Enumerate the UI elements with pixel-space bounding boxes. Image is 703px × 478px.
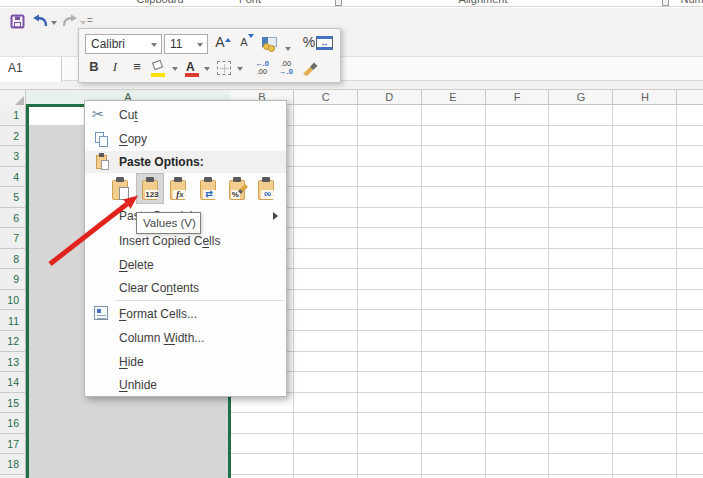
row-header-12[interactable]: 12 — [0, 335, 25, 347]
row-header-7[interactable]: 7 — [0, 232, 25, 244]
excel-window: ClipboardFontAlignmentNumber = A1 ABCDEF… — [0, 0, 703, 478]
bold-icon[interactable]: B — [87, 59, 101, 79]
increase-decimal-icon[interactable]: ←.0.00 — [251, 60, 273, 76]
italic-icon[interactable]: I — [109, 59, 121, 79]
menu-item-label: Copy — [119, 132, 147, 146]
menu-item-paste-options-row[interactable]: 123fx⇄%∞ — [85, 173, 286, 204]
vertical-gridlines — [230, 105, 703, 478]
row-header-9[interactable]: 9 — [0, 273, 25, 285]
menu-item-label: Cut — [119, 108, 138, 122]
font-color-icon[interactable]: A — [185, 60, 203, 78]
font-name-dropdown-icon[interactable] — [151, 43, 157, 50]
row-header-11[interactable]: 11 — [0, 315, 25, 327]
column-header-c[interactable]: C — [294, 90, 358, 105]
ribbon-group-label: Clipboard — [136, 0, 183, 5]
menu-item-delete[interactable]: Delete — [85, 253, 286, 277]
row-header-18[interactable]: 18 — [0, 458, 25, 470]
row-header-5[interactable]: 5 — [0, 191, 25, 203]
mini-toolbar: Calibri 11 A A % , ↔ B I ≡ — [78, 28, 341, 83]
row-header-4[interactable]: 4 — [0, 171, 25, 183]
column-width-icon[interactable]: ↔ — [316, 34, 336, 54]
menu-item-paste-options: Paste Options: — [85, 151, 286, 173]
font-name-combo[interactable]: Calibri — [85, 34, 162, 54]
row-header-8[interactable]: 8 — [0, 253, 25, 265]
font-color-dropdown-icon[interactable] — [204, 67, 210, 74]
undo-icon[interactable] — [32, 14, 49, 32]
menu-item-label: Delete — [119, 258, 154, 272]
decrease-decimal-icon[interactable]: .00→.0 — [275, 60, 297, 76]
font-name-value: Calibri — [91, 37, 125, 51]
row-header-13[interactable]: 13 — [0, 356, 25, 368]
row-header-17[interactable]: 17 — [0, 438, 25, 450]
menu-item-label: Column Width... — [119, 331, 204, 345]
context-menu: ✂CutCopyPaste Options:123fx⇄%∞Paste Spec… — [84, 100, 287, 397]
row-header-1[interactable]: 1 — [0, 109, 25, 121]
menu-item-label: Format Cells... — [119, 307, 197, 321]
ribbon-group-strip: ClipboardFontAlignmentNumber — [0, 0, 703, 7]
menu-item-hide[interactable]: Hide — [85, 350, 286, 373]
row-header-10[interactable]: 10 — [0, 294, 25, 306]
fill-color-icon[interactable] — [151, 60, 169, 78]
selection-border-left — [26, 104, 29, 478]
name-box[interactable]: A1 — [0, 57, 62, 82]
undo-dropdown-icon[interactable] — [51, 21, 57, 28]
menu-separator — [115, 300, 284, 301]
menu-item-cut[interactable]: ✂Cut — [85, 103, 286, 127]
grow-font-icon[interactable]: A — [212, 34, 234, 54]
row-header-6[interactable]: 6 — [0, 212, 25, 224]
row-header-2[interactable]: 2 — [0, 130, 25, 142]
row-header-14[interactable]: 14 — [0, 376, 25, 388]
select-all-triangle-icon — [15, 96, 24, 105]
submenu-arrow-icon — [273, 212, 278, 220]
dialog-launcher-icon[interactable] — [335, 0, 342, 6]
row-header-3[interactable]: 3 — [0, 150, 25, 162]
menu-item-label: Paste Options: — [119, 155, 204, 169]
format-cells-icon — [92, 305, 112, 323]
font-size-value: 11 — [170, 37, 182, 51]
equals-icon: = — [87, 15, 93, 26]
menu-item-format-cells[interactable]: Format Cells... — [85, 302, 286, 326]
paste-formulas-icon[interactable]: fx — [165, 175, 193, 203]
column-header-partial[interactable] — [677, 90, 703, 105]
paste-formatting-icon[interactable]: % — [224, 175, 252, 203]
scissors-icon: ✂ — [92, 106, 112, 124]
column-header-f[interactable]: F — [485, 90, 549, 105]
ribbon-group-label: Number — [680, 0, 703, 5]
center-align-icon[interactable]: ≡ — [129, 59, 145, 79]
row-header-strip: 12345678910111213141516171819 — [0, 105, 26, 478]
column-header-g[interactable]: G — [549, 90, 613, 105]
paste-icon[interactable] — [107, 175, 135, 203]
font-size-combo[interactable]: 11 — [164, 34, 208, 54]
borders-icon[interactable] — [217, 59, 235, 77]
menu-item-label: Insert Copied Cells — [119, 234, 220, 248]
clipboard-icon — [92, 153, 112, 171]
menu-item-copy[interactable]: Copy — [85, 127, 286, 151]
menu-item-clear-contents[interactable]: Clear Contents — [85, 277, 286, 299]
copy-icon — [92, 130, 112, 148]
column-header-h[interactable]: H — [613, 90, 677, 105]
redo-icon[interactable] — [61, 14, 78, 32]
row-header-16[interactable]: 16 — [0, 417, 25, 429]
ribbon-group-label: Font — [239, 0, 261, 5]
column-header-e[interactable]: E — [421, 90, 485, 105]
fill-color-dropdown-icon[interactable] — [172, 67, 178, 74]
menu-item-unhide[interactable]: Unhide — [85, 373, 286, 396]
accounting-dropdown-icon[interactable] — [285, 47, 291, 54]
dialog-launcher-icon[interactable] — [662, 0, 669, 6]
paste-link-icon[interactable]: ∞ — [253, 175, 281, 203]
paste-values-icon[interactable]: 123 — [136, 173, 164, 204]
menu-item-label: Unhide — [119, 378, 157, 392]
font-size-dropdown-icon[interactable] — [197, 43, 203, 50]
menu-item-column-width[interactable]: Column Width... — [85, 326, 286, 350]
shrink-font-icon[interactable]: A — [236, 34, 258, 54]
ribbon-group-label: Alignment — [459, 0, 508, 5]
save-icon[interactable] — [10, 14, 25, 33]
select-all-corner[interactable] — [0, 90, 26, 106]
column-header-d[interactable]: D — [358, 90, 422, 105]
menu-item-label: Clear Contents — [119, 281, 199, 295]
redo-dropdown-icon[interactable] — [80, 21, 86, 28]
format-painter-icon[interactable] — [301, 61, 319, 81]
paste-transpose-icon[interactable]: ⇄ — [195, 175, 223, 203]
row-header-15[interactable]: 15 — [0, 397, 25, 409]
borders-dropdown-icon[interactable] — [237, 67, 243, 74]
